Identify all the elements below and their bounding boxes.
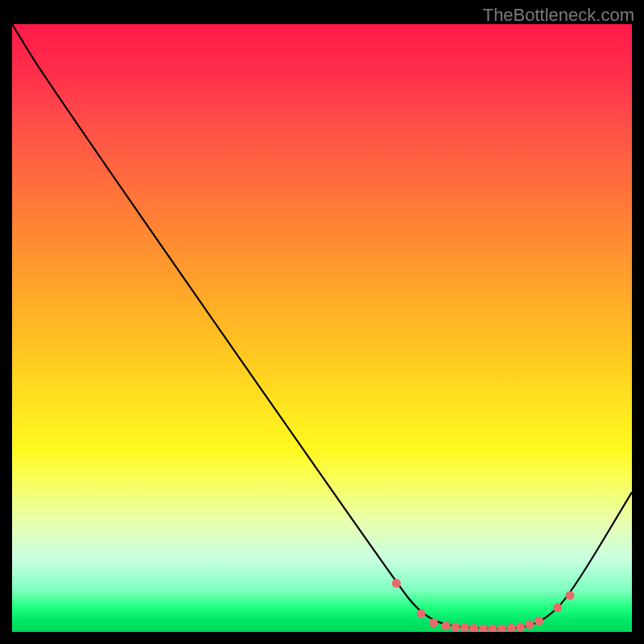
curve-marker xyxy=(469,624,478,632)
curve-marker xyxy=(516,622,525,631)
curve-marker xyxy=(429,618,438,627)
chart-container xyxy=(12,24,632,632)
curve-marker xyxy=(392,579,401,588)
curve-marker xyxy=(497,625,506,632)
curve-marker xyxy=(525,620,534,629)
curve-marker xyxy=(566,591,575,600)
chart-svg xyxy=(12,24,632,632)
curve-markers xyxy=(392,579,575,632)
curve-marker xyxy=(460,623,469,632)
curve-marker xyxy=(506,624,515,632)
bottleneck-curve xyxy=(12,24,632,629)
curve-marker xyxy=(488,625,497,632)
curve-marker xyxy=(451,622,460,631)
attribution-text: TheBottleneck.com xyxy=(483,5,634,26)
curve-marker xyxy=(442,621,451,630)
curve-marker xyxy=(553,603,562,612)
curve-marker xyxy=(417,609,426,618)
curve-marker xyxy=(479,625,488,632)
curve-marker xyxy=(535,617,543,625)
